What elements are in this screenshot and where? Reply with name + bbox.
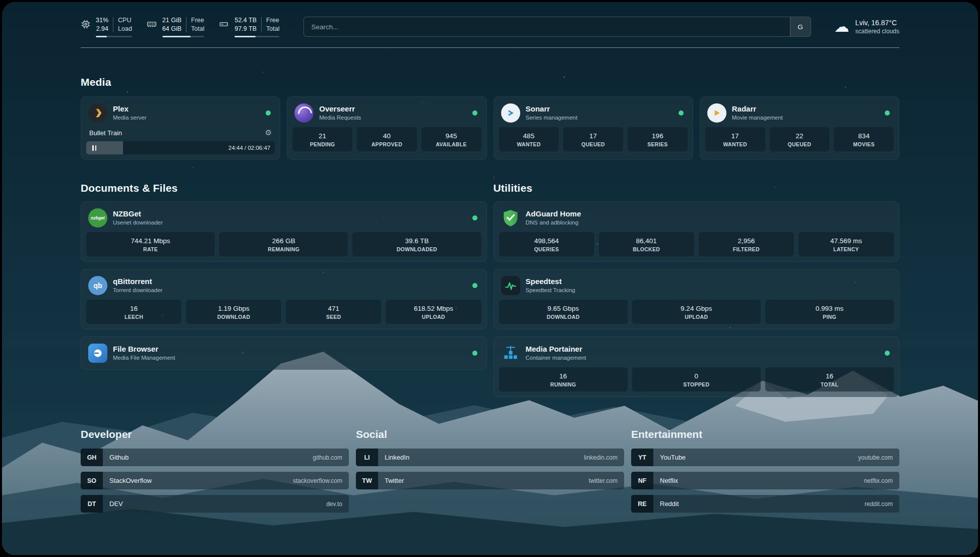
bookmark-group-developer: Developer GH Github github.com SO StackO… <box>81 428 349 518</box>
cpu-load-label: Load <box>118 25 132 33</box>
stat-label: DOWNLOAD <box>500 314 627 320</box>
stat-value: 471 <box>287 304 380 313</box>
pause-icon[interactable] <box>89 143 100 152</box>
bookmark-abbr: RE <box>631 495 653 513</box>
stat-label: LATENCY <box>800 246 893 252</box>
stat-label: SERIES <box>629 141 687 147</box>
service-name: Radarr <box>732 104 783 114</box>
service-name: Plex <box>113 104 146 114</box>
disk-free-label: Free <box>266 16 279 25</box>
bookmark-youtube[interactable]: YT YouTube youtube.com <box>631 449 899 466</box>
sonarr-icon <box>501 103 520 123</box>
bookmark-group-title: Developer <box>81 428 349 440</box>
stat-value: 945 <box>422 132 480 140</box>
divider <box>186 17 187 32</box>
service-card-sonarr[interactable]: Sonarr Series management 485 WANTED 17 Q… <box>494 96 693 160</box>
radarr-icon <box>707 103 726 123</box>
bookmark-dev[interactable]: DT DEV dev.to <box>81 495 349 513</box>
service-name: Speedtest <box>526 277 575 286</box>
bookmark-name: LinkedIn <box>378 454 409 461</box>
weather-location-temp: Lviv, 16.87°C <box>855 18 897 27</box>
bookmark-name: DEV <box>103 500 123 508</box>
search-provider-button[interactable]: G <box>790 17 811 36</box>
service-name: NZBGet <box>113 209 163 218</box>
bookmark-name: StackOverflow <box>103 477 152 484</box>
stat-label: AVAILABLE <box>422 141 480 147</box>
stat-label: SEED <box>287 314 380 320</box>
bookmark-groups: Developer GH Github github.com SO StackO… <box>81 428 899 518</box>
service-subtitle: Media File Management <box>113 354 175 362</box>
search-input[interactable] <box>304 23 789 31</box>
service-card-qbittorrent[interactable]: qb qBittorrent Torrent downloader 16 LEE… <box>81 269 487 329</box>
stat-wanted: 17 WANTED <box>705 127 765 151</box>
cpu-usage-value: 31% <box>96 16 108 25</box>
service-card-plex[interactable]: Plex Media server Bullet Train ⚙ 24:44 /… <box>81 96 280 160</box>
stat-value: 744.21 Mbps <box>87 237 214 245</box>
service-card-filebrowser[interactable]: File Browser Media File Management <box>81 337 487 370</box>
bookmark-abbr: GH <box>81 449 103 466</box>
cpu-widget: 31% 2.94 CPU Load <box>81 16 132 37</box>
stat-value: 834 <box>835 132 893 140</box>
bookmark-domain: netflix.com <box>864 477 899 484</box>
portainer-icon <box>501 344 520 363</box>
service-card-speedtest[interactable]: Speedtest Speedtest Tracking 9.65 Gbps D… <box>494 269 900 329</box>
stat-value: 17 <box>706 132 764 140</box>
weather-condition: scattered clouds <box>855 27 899 35</box>
bookmark-twitter[interactable]: TW Twitter twitter.com <box>356 472 624 489</box>
status-dot <box>885 110 890 116</box>
service-name: Sonarr <box>526 104 578 114</box>
bookmark-group-social: Social LI LinkedIn linkedin.com TW Twitt… <box>356 428 624 518</box>
service-name: Media Portainer <box>526 345 586 354</box>
stat-label: TOTAL <box>766 381 893 387</box>
bookmark-abbr: NF <box>631 472 653 489</box>
status-dot <box>679 110 684 116</box>
cpu-meter <box>96 36 132 37</box>
bookmark-stackoverflow[interactable]: SO StackOverflow stackoverflow.com <box>81 472 349 489</box>
bookmark-linkedin[interactable]: LI LinkedIn linkedin.com <box>356 449 624 466</box>
stat-value: 618.52 Mbps <box>387 304 480 313</box>
utilities-column: Utilities <box>494 182 900 397</box>
bookmark-github[interactable]: GH Github github.com <box>81 449 349 466</box>
service-subtitle: Container management <box>526 354 586 362</box>
overseerr-icon <box>294 103 314 123</box>
divider <box>113 17 113 32</box>
stat-approved: 40 APPROVED <box>357 127 417 151</box>
stat-label: STOPPED <box>633 381 760 387</box>
stat-value: 40 <box>358 132 416 140</box>
bookmark-reddit[interactable]: RE Reddit reddit.com <box>631 495 899 513</box>
ram-free-label: Free <box>191 16 204 25</box>
stat-value: 1.19 Gbps <box>187 304 280 313</box>
ram-widget: 21 GiB 64 GiB Free Total <box>146 16 205 37</box>
stat-remaining: 266 GB REMAINING <box>219 232 348 256</box>
stat-label: REMAINING <box>220 246 347 252</box>
playback-progress-bar[interactable]: 24:44 / 02:06:47 <box>86 141 275 154</box>
stat-series: 196 SERIES <box>628 127 688 151</box>
stat-label: APPROVED <box>358 141 416 147</box>
bookmark-group-entertainment: Entertainment YT YouTube youtube.com NF … <box>631 428 899 518</box>
speedtest-icon <box>501 276 520 295</box>
ram-icon <box>146 19 157 31</box>
stat-label: MOVIES <box>835 141 893 147</box>
service-card-radarr[interactable]: Radarr Movie management 17 WANTED 22 QUE… <box>700 96 899 160</box>
service-name: Overseerr <box>319 104 361 114</box>
playback-time: 24:44 / 02:06:47 <box>228 141 270 154</box>
bookmark-group-title: Entertainment <box>631 428 899 440</box>
service-card-portainer[interactable]: Media Portainer Container management 16 … <box>494 337 900 397</box>
stat-upload: 9.24 Gbps UPLOAD <box>632 300 761 324</box>
service-card-overseerr[interactable]: Overseerr Media Requests 21 PENDING 40 A… <box>287 96 486 160</box>
status-dot <box>266 110 271 116</box>
stat-rate: 744.21 Mbps RATE <box>86 232 215 256</box>
stat-value: 22 <box>771 132 829 140</box>
stat-value: 498,564 <box>500 237 593 245</box>
gear-icon[interactable]: ⚙ <box>265 128 272 137</box>
disk-total-value: 97.9 TB <box>234 25 257 33</box>
service-card-nzbget[interactable]: nzbget NZBGet Usenet downloader 744.21 M… <box>81 201 487 262</box>
service-subtitle: Movie management <box>732 114 783 122</box>
stat-label: WANTED <box>706 141 764 147</box>
section-title-media: Media <box>81 76 899 88</box>
service-card-adguard[interactable]: AdGuard Home DNS and adblocking 498,564 … <box>494 201 900 262</box>
status-dot <box>472 215 477 220</box>
stat-value: 16 <box>766 372 893 380</box>
bookmark-netflix[interactable]: NF Netflix netflix.com <box>631 472 899 489</box>
service-subtitle: Media Requests <box>319 114 361 122</box>
